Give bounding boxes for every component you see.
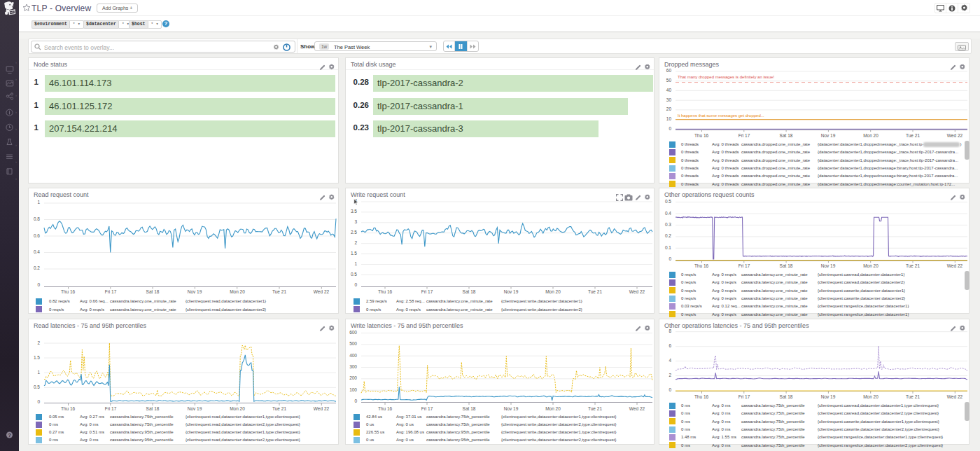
svg-text:›: › xyxy=(15,77,17,81)
svg-text:›: › xyxy=(15,143,17,147)
svg-text:›: › xyxy=(15,127,17,131)
svg-text:›: › xyxy=(15,110,17,114)
svg-text:›: › xyxy=(15,60,17,64)
svg-text:›: › xyxy=(15,176,17,181)
svg-text:›: › xyxy=(15,160,17,164)
svg-text:?: ? xyxy=(8,433,11,438)
svg-text:›: › xyxy=(15,93,17,97)
